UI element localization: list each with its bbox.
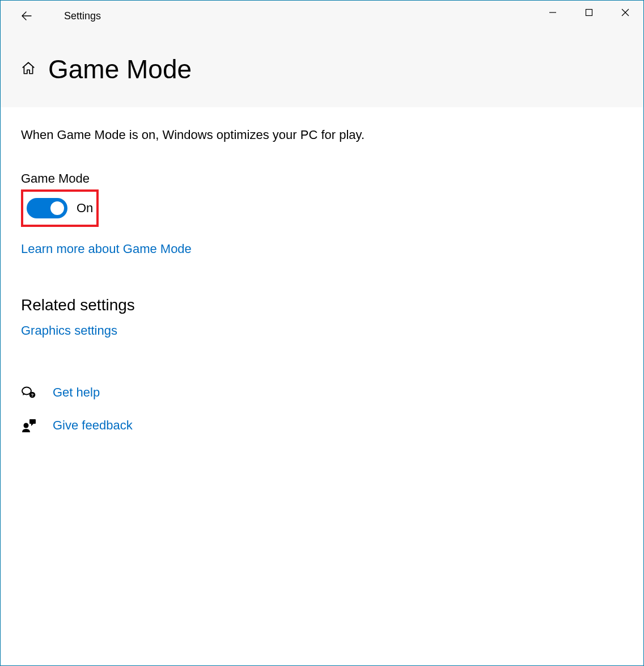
related-settings-heading: Related settings bbox=[21, 296, 623, 314]
get-help-row: ? Get help bbox=[21, 385, 623, 401]
back-button[interactable] bbox=[10, 2, 44, 29]
close-button[interactable] bbox=[607, 1, 643, 24]
setting-label: Game Mode bbox=[21, 171, 623, 186]
home-icon[interactable] bbox=[21, 61, 36, 78]
svg-point-7 bbox=[24, 423, 29, 428]
toggle-knob bbox=[50, 201, 64, 215]
get-help-link[interactable]: Get help bbox=[53, 385, 100, 400]
maximize-icon bbox=[585, 9, 593, 16]
window-title: Settings bbox=[64, 10, 101, 22]
game-mode-toggle[interactable] bbox=[27, 198, 67, 218]
graphics-settings-link[interactable]: Graphics settings bbox=[21, 323, 623, 338]
titlebar: Settings bbox=[1, 1, 643, 31]
help-icon: ? bbox=[21, 385, 37, 401]
learn-more-link[interactable]: Learn more about Game Mode bbox=[21, 242, 623, 256]
maximize-button[interactable] bbox=[571, 1, 607, 24]
close-icon bbox=[621, 9, 629, 16]
arrow-left-icon bbox=[21, 10, 32, 22]
feedback-icon bbox=[21, 418, 37, 433]
minimize-icon bbox=[549, 9, 557, 16]
svg-rect-1 bbox=[586, 10, 592, 16]
toggle-state-text: On bbox=[77, 201, 93, 216]
give-feedback-row: Give feedback bbox=[21, 418, 623, 433]
svg-rect-8 bbox=[29, 419, 36, 424]
page-description: When Game Mode is on, Windows optimizes … bbox=[21, 127, 623, 144]
minimize-button[interactable] bbox=[535, 1, 571, 24]
svg-text:?: ? bbox=[31, 393, 34, 398]
give-feedback-link[interactable]: Give feedback bbox=[53, 418, 133, 433]
page-title: Game Mode bbox=[48, 54, 192, 85]
game-mode-toggle-highlight: On bbox=[21, 189, 99, 227]
